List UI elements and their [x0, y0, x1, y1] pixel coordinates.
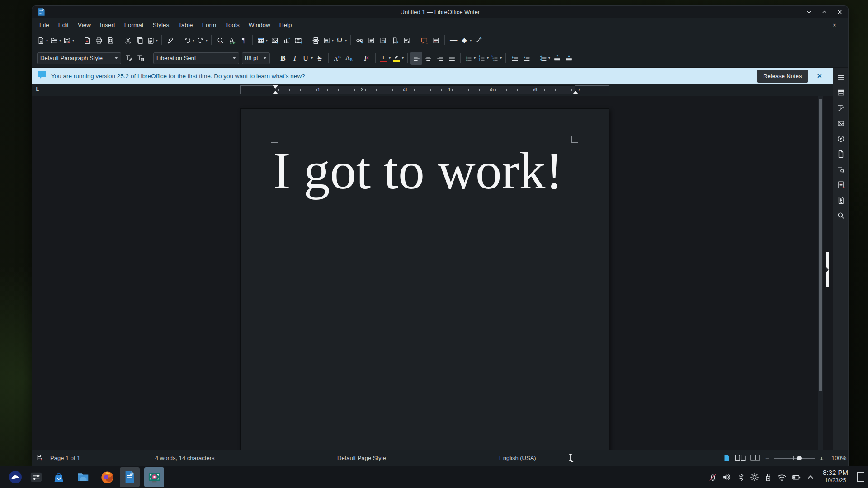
find-replace-button[interactable] — [214, 34, 226, 47]
unsaved-changes-icon[interactable] — [36, 454, 43, 463]
insert-text-box-button[interactable] — [292, 34, 304, 47]
dropdown-arrow-icon[interactable]: ▾ — [46, 38, 48, 42]
spelling-button[interactable] — [226, 34, 238, 47]
show-desktop-button[interactable] — [857, 472, 864, 482]
tray-tray-expand-icon[interactable] — [806, 472, 816, 482]
sidebar-tab-sidebar-settings[interactable] — [835, 71, 847, 83]
book-view-button[interactable] — [750, 454, 762, 463]
dropdown-arrow-icon[interactable]: ▾ — [266, 38, 268, 42]
first-line-indent-marker[interactable] — [273, 85, 278, 89]
export-pdf-button[interactable] — [81, 34, 93, 47]
subscript-button[interactable]: AB — [343, 52, 355, 65]
dropdown-arrow-icon[interactable]: ▾ — [332, 38, 334, 42]
sidebar-tab-style-inspector[interactable] — [835, 163, 847, 175]
taskbar-app-firefox[interactable] — [97, 467, 117, 487]
insert-table-button[interactable]: ▾ — [255, 34, 269, 47]
zoom-slider[interactable] — [774, 458, 815, 459]
sidebar-tab-page[interactable] — [835, 148, 847, 160]
tray-do-not-disturb-icon[interactable] — [708, 472, 718, 482]
paragraph-style-combo[interactable]: Default Paragraph Style — [37, 52, 121, 64]
menu-help[interactable]: Help — [275, 20, 297, 30]
paste-button[interactable]: ▾ — [146, 34, 159, 47]
insert-footnote-button[interactable] — [365, 34, 377, 47]
zoom-slider-handle[interactable] — [797, 456, 802, 460]
horizontal-line-button[interactable]: — — [448, 34, 459, 47]
horizontal-ruler[interactable]: 1234567 — [240, 85, 609, 94]
outline-list-button[interactable]: I.1.▾ — [490, 52, 503, 65]
align-right-button[interactable] — [434, 52, 446, 65]
insert-chart-button[interactable] — [280, 34, 292, 47]
new-document-button[interactable]: ▾ — [36, 34, 49, 47]
close-button[interactable] — [835, 8, 844, 16]
titlebar[interactable]: Untitled 1 — LibreOffice Writer — [32, 6, 848, 18]
basic-shapes-button[interactable]: ◆▾ — [459, 34, 472, 47]
ordered-list-button[interactable]: 123▾ — [476, 52, 490, 65]
maximize-button[interactable] — [820, 8, 828, 16]
special-character-button[interactable]: Ω▾ — [335, 34, 348, 47]
cut-button[interactable] — [122, 34, 134, 47]
close-document-icon[interactable]: × — [828, 20, 841, 30]
menu-window[interactable]: Window — [244, 20, 275, 30]
sidebar-tab-properties[interactable] — [835, 86, 847, 99]
dropdown-arrow-icon[interactable]: ▾ — [548, 56, 550, 60]
dropdown-arrow-icon[interactable]: ▾ — [487, 56, 489, 60]
vertical-scrollbar[interactable] — [818, 96, 823, 450]
text-language[interactable]: English (USA) — [499, 455, 536, 461]
tab-stop-selector[interactable]: L — [36, 86, 39, 92]
document-page[interactable]: I got to work! — [240, 108, 609, 450]
page-count[interactable]: Page 1 of 1 — [50, 455, 80, 461]
sidebar-hide-handle[interactable] — [826, 252, 829, 287]
decrease-indent-button[interactable] — [520, 52, 532, 65]
page-style[interactable]: Default Page Style — [337, 455, 386, 461]
insert-comment-button[interactable] — [418, 34, 430, 47]
italic-button[interactable]: I — [289, 52, 301, 65]
dropdown-arrow-icon[interactable]: ▾ — [59, 38, 61, 42]
font-size-combo[interactable]: 88 pt — [242, 52, 270, 64]
taskbar-app-launcher[interactable] — [5, 467, 25, 487]
sidebar-tab-accessibility-check[interactable] — [835, 194, 847, 206]
increase-indent-button[interactable] — [509, 52, 520, 65]
insert-field-button[interactable]: ▾ — [321, 34, 335, 47]
bold-button[interactable]: B — [277, 52, 289, 65]
sidebar-tab-gallery[interactable] — [835, 117, 847, 129]
tray-volume-icon[interactable] — [722, 472, 731, 482]
taskbar-app-discover[interactable] — [49, 467, 69, 487]
dropdown-arrow-icon[interactable]: ▾ — [193, 38, 194, 42]
clear-formatting-button[interactable]: I✕ — [361, 52, 373, 65]
new-style-button[interactable] — [134, 52, 146, 65]
infobar-close-icon[interactable]: × — [817, 71, 822, 81]
left-indent-marker[interactable] — [273, 91, 278, 94]
taskbar-app-libreoffice-writer[interactable] — [120, 467, 140, 487]
decrease-paragraph-spacing-button[interactable] — [563, 52, 575, 65]
dropdown-arrow-icon[interactable]: ▾ — [500, 56, 502, 60]
single-page-view-button[interactable] — [723, 454, 730, 463]
multi-page-view-button[interactable] — [735, 454, 746, 463]
document-text[interactable]: I got to work! — [273, 142, 563, 200]
align-center-button[interactable] — [422, 52, 434, 65]
word-count[interactable]: 4 words, 14 characters — [155, 455, 215, 461]
insert-bookmark-button[interactable] — [389, 34, 401, 47]
sidebar-tab-find[interactable] — [835, 209, 847, 221]
font-name-combo[interactable]: Liberation Serif — [153, 52, 239, 64]
align-left-button[interactable] — [410, 52, 422, 65]
dropdown-arrow-icon[interactable]: ▾ — [345, 38, 347, 42]
menu-format[interactable]: Format — [120, 20, 148, 30]
redo-button[interactable]: ▾ — [195, 34, 208, 47]
print-button[interactable] — [93, 34, 104, 47]
justify-button[interactable] — [446, 52, 458, 65]
dropdown-arrow-icon[interactable]: ▾ — [311, 56, 313, 60]
release-notes-button[interactable]: Release Notes — [757, 70, 808, 83]
taskbar-app-system-settings[interactable] — [26, 467, 46, 487]
line-spacing-button[interactable]: ▾ — [538, 52, 551, 65]
font-color-button[interactable]: T▾ — [378, 52, 392, 65]
dropdown-arrow-icon[interactable]: ▾ — [206, 38, 208, 42]
strikethrough-button[interactable]: S — [314, 52, 326, 65]
increase-paragraph-spacing-button[interactable] — [551, 52, 563, 65]
sidebar-tab-navigator[interactable] — [835, 132, 847, 145]
menu-insert[interactable]: Insert — [95, 20, 120, 30]
menu-styles[interactable]: Styles — [148, 20, 174, 30]
menu-file[interactable]: File — [35, 20, 54, 30]
dropdown-arrow-icon[interactable]: ▾ — [389, 56, 391, 60]
clone-formatting-button[interactable] — [165, 34, 176, 47]
dropdown-arrow-icon[interactable]: ▾ — [470, 38, 472, 42]
